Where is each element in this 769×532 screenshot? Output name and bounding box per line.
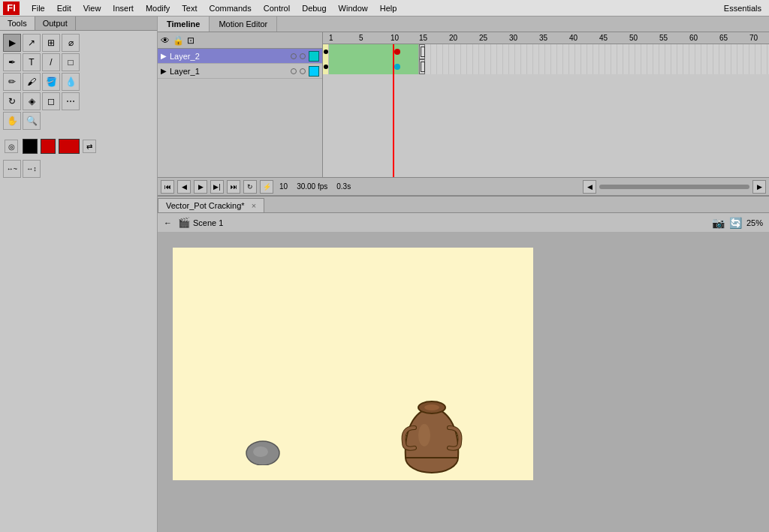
menu-commands[interactable]: Commands	[203, 2, 257, 14]
layer-expand-icon: ▶	[161, 52, 167, 60]
tool-rect[interactable]: □	[62, 53, 80, 71]
menu-view[interactable]: View	[77, 2, 107, 14]
tool-brush[interactable]: 🖌	[23, 73, 41, 91]
tool-select[interactable]: ▶	[3, 34, 21, 52]
frame-num-50: 50	[629, 34, 638, 42]
tools-panel: ▶ ↗ ⊞ ⌀ ✒ T / □ ✏ 🖌 🪣 💧 ↻ ◈	[0, 31, 157, 532]
layer-1-lock[interactable]	[300, 68, 306, 74]
tab-motion-editor[interactable]: Motion Editor	[210, 17, 277, 32]
layer-row-2[interactable]: ▶ Layer_2	[158, 49, 322, 64]
app-logo: Fl	[3, 2, 20, 15]
tool-swap-colors[interactable]: ⇄	[83, 140, 96, 153]
btn-scroll-right[interactable]: ▶	[752, 180, 766, 194]
layer-1-name: Layer_1	[170, 67, 291, 76]
stage-breadcrumb: ← 🎬 Scene 1 📷 🔄 25%	[158, 213, 769, 233]
tool-zoom[interactable]: 🔍	[23, 112, 41, 130]
tab-tools[interactable]: Tools	[0, 17, 35, 30]
frame-num-1: 1	[329, 34, 333, 42]
tool-eraser[interactable]: ◻	[42, 92, 60, 110]
menu-modify[interactable]: Modify	[140, 2, 176, 14]
tool-fill[interactable]: ◈	[23, 92, 41, 110]
tool-pen[interactable]: ✒	[3, 53, 21, 71]
lock-icon[interactable]: 🔒	[173, 35, 184, 46]
layer-2-visibility[interactable]	[291, 53, 297, 59]
frame-num-45: 45	[599, 34, 608, 42]
menu-file[interactable]: File	[26, 2, 51, 14]
tool-color-options[interactable]: ◎	[5, 140, 18, 153]
layer-row-1[interactable]: ▶ Layer_1	[158, 64, 322, 79]
btn-scroll-left[interactable]: ◀	[583, 180, 596, 194]
tool-paint-bucket[interactable]: 🪣	[42, 73, 60, 91]
tool-hand[interactable]: ✋	[3, 112, 21, 130]
rotate-icon: 🔄	[729, 217, 742, 229]
layer-1-visibility[interactable]	[291, 68, 297, 74]
btn-go-end[interactable]: ⏭	[227, 180, 240, 194]
toolbar: Tools Output ▶ ↗ ⊞ ⌀ ✒ T / □ ✏ 🖌 🪣	[0, 17, 158, 532]
stone-object[interactable]	[244, 437, 282, 465]
tool-pencil[interactable]: ✏	[3, 73, 21, 91]
frame-num-15: 15	[419, 34, 427, 42]
tool-subselect[interactable]: ↗	[23, 34, 41, 52]
tool-ink[interactable]: ⋯	[62, 92, 80, 110]
svg-point-4	[424, 404, 439, 410]
menu-debug[interactable]: Debug	[296, 2, 332, 14]
stage-canvas-container[interactable]	[158, 233, 769, 532]
toolbar-tabs: Tools Output	[0, 17, 157, 31]
extra-color[interactable]	[59, 139, 80, 154]
btn-loop[interactable]: ↻	[243, 180, 257, 194]
menubar: Fl File Edit View Insert Modify Text Com…	[0, 0, 769, 17]
frame-num-25: 25	[479, 34, 487, 42]
vase-object[interactable]	[398, 394, 466, 476]
scene-name[interactable]: Scene 1	[193, 218, 223, 227]
main-layout: Tools Output ▶ ↗ ⊞ ⌀ ✒ T / □ ✏ 🖌 🪣	[0, 17, 769, 532]
tool-row-3: ✏ 🖌 🪣 💧	[3, 73, 154, 91]
btn-step-forward[interactable]: ▶|	[210, 180, 224, 194]
duration-info: 0.3s	[333, 182, 354, 191]
close-tab-icon[interactable]: ×	[252, 201, 256, 210]
color-row: ◎ ⇄	[3, 137, 154, 155]
back-arrow-icon[interactable]: ←	[164, 218, 172, 227]
eye-icon[interactable]: 👁	[161, 35, 170, 46]
tab-output[interactable]: Output	[35, 17, 76, 30]
timeline-content: 👁 🔒 ⊡ ▶ Layer_2	[158, 32, 769, 177]
menu-help[interactable]: Help	[374, 2, 403, 14]
btn-go-start[interactable]: ⏮	[161, 180, 174, 194]
layer-2-color[interactable]	[309, 51, 319, 62]
menu-control[interactable]: Control	[258, 2, 296, 14]
tab-timeline[interactable]: Timeline	[158, 17, 210, 32]
btn-step-back[interactable]: ◀	[177, 180, 191, 194]
layer-2-name: Layer_2	[170, 52, 291, 61]
stage-tab-main[interactable]: Vector_Pot Cracking* ×	[158, 198, 264, 212]
tool-free-transform[interactable]: ⊞	[42, 34, 60, 52]
tool-rotate[interactable]: ↻	[3, 92, 21, 110]
scene-background	[173, 248, 533, 480]
menu-text[interactable]: Text	[176, 2, 203, 14]
btn-play[interactable]: ▶	[194, 180, 207, 194]
tool-eyedropper[interactable]: 💧	[62, 73, 80, 91]
tool-line[interactable]: /	[42, 53, 60, 71]
layer-2-lock[interactable]	[300, 53, 306, 59]
snap-row: ↔~ ↔↕	[3, 160, 154, 178]
outline-icon[interactable]: ⊡	[187, 35, 195, 46]
layer-2-frames	[323, 44, 769, 59]
tool-snap[interactable]: ↔~	[3, 160, 21, 178]
stage-tab-label: Vector_Pot Cracking*	[166, 201, 245, 210]
menu-edit[interactable]: Edit	[51, 2, 77, 14]
tool-align[interactable]: ↔↕	[23, 160, 41, 178]
frame-num-60: 60	[689, 34, 698, 42]
fill-color[interactable]	[41, 139, 56, 154]
stroke-color[interactable]	[23, 139, 38, 154]
menu-window[interactable]: Window	[333, 2, 374, 14]
layer-1-controls	[291, 66, 319, 77]
menu-insert[interactable]: Insert	[107, 2, 140, 14]
tool-row-4: ↻ ◈ ◻ ⋯	[3, 92, 154, 110]
tool-row-2: ✒ T / □	[3, 53, 154, 71]
frame-num-70: 70	[749, 34, 758, 42]
btn-sync[interactable]: ⚡	[260, 180, 273, 194]
frame-num-20: 20	[449, 34, 457, 42]
tool-lasso[interactable]: ⌀	[62, 34, 80, 52]
tool-text[interactable]: T	[23, 53, 41, 71]
layer-1-color[interactable]	[309, 66, 319, 77]
frame-num-5: 5	[359, 34, 363, 42]
layers-panel: 👁 🔒 ⊡ ▶ Layer_2	[158, 32, 323, 177]
